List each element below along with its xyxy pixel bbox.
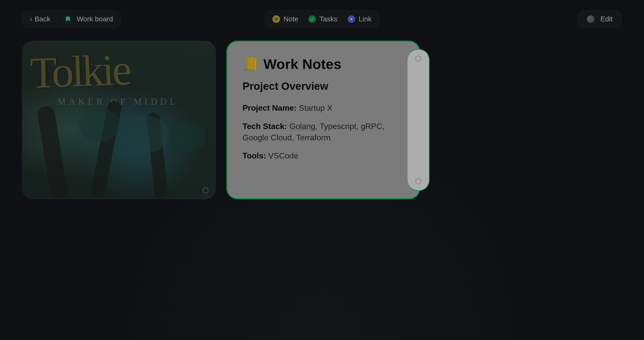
board-name-button[interactable]: Work board [64, 15, 113, 23]
create-link-label: Link [359, 15, 372, 23]
create-link-button[interactable]: ⚭ Link [348, 15, 372, 23]
note-icon [272, 15, 280, 23]
note-line-project: Project Name: Startup X [243, 102, 408, 114]
note-line-techstack: Tech Stack: Golang, Typescript, gRPC, Go… [243, 121, 408, 143]
chevron-left-icon: ‹ [30, 16, 32, 22]
bookmark-icon [64, 15, 72, 23]
resize-handle-top[interactable] [415, 56, 421, 62]
note-line-tools: Tools: VSCode [243, 150, 408, 161]
note-body[interactable]: Project Name: Startup X Tech Stack: Gola… [243, 102, 408, 161]
top-toolbar: ‹ Back Work board Note Tasks [0, 0, 644, 38]
back-button[interactable]: ‹ Back [30, 15, 57, 23]
note-card[interactable]: 📒 Work Notes Project Overview Project Na… [226, 41, 420, 199]
create-note-label: Note [284, 15, 298, 23]
link-icon: ⚭ [348, 15, 355, 23]
board-canvas[interactable]: Tolkie MAKER OF MIDDL 📒 Work Notes Proje… [0, 38, 644, 202]
note-resize-sidebar[interactable] [408, 49, 430, 191]
note-card-title: 📒 Work Notes [243, 56, 408, 72]
resize-handle-bottom[interactable] [415, 178, 421, 184]
toolbar-create-group: Note Tasks ⚭ Link [265, 10, 379, 28]
note-heading: Project Overview [243, 80, 408, 92]
back-label: Back [35, 15, 50, 23]
edit-label: Edit [600, 15, 613, 23]
image-card-content: Tolkie MAKER OF MIDDL [22, 41, 216, 199]
note-title-text: Work Notes [263, 56, 341, 72]
palette-icon [587, 15, 594, 23]
edit-button[interactable]: Edit [578, 10, 622, 28]
image-card[interactable]: Tolkie MAKER OF MIDDL [22, 41, 216, 199]
create-tasks-button[interactable]: Tasks [308, 15, 338, 23]
toolbar-breadcrumb-group: ‹ Back Work board [22, 10, 121, 28]
board-name-label: Work board [77, 15, 113, 23]
notebook-icon: 📒 [243, 56, 259, 72]
create-tasks-label: Tasks [319, 15, 338, 23]
create-note-button[interactable]: Note [272, 15, 298, 23]
image-book-title: Tolkie [30, 45, 131, 99]
card-resize-handle[interactable] [203, 187, 209, 193]
check-icon [308, 15, 316, 23]
